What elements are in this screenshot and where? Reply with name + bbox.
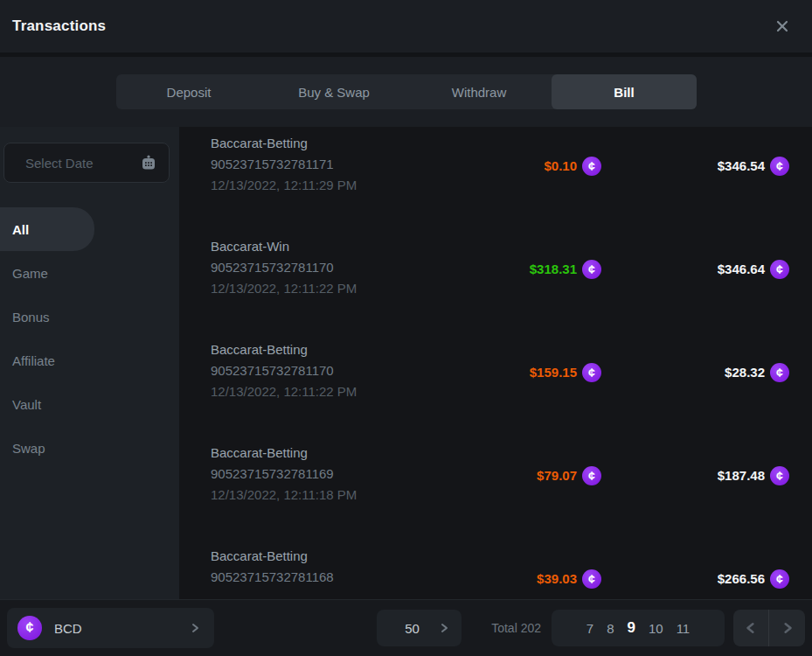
transaction-info: Baccarat-Win 90523715732781170 12/13/202… xyxy=(211,236,444,299)
modal-header: Transactions xyxy=(0,0,812,52)
page-number[interactable]: 8 xyxy=(607,621,614,636)
select-date-placeholder: Select Date xyxy=(25,156,140,171)
page-title: Transactions xyxy=(12,17,106,35)
prev-page-button[interactable] xyxy=(733,610,769,646)
transaction-id: 90523715732781171 xyxy=(211,154,444,175)
transaction-name: Baccarat-Betting xyxy=(211,133,444,154)
bcd-coin-icon: ¢ xyxy=(582,569,601,589)
page-number[interactable]: 10 xyxy=(649,621,663,636)
transaction-name: Baccarat-Win xyxy=(211,236,444,257)
chevron-right-icon xyxy=(781,622,794,634)
next-page-button[interactable] xyxy=(769,610,805,646)
transaction-row: Baccarat-Betting 90523715732781171 12/13… xyxy=(211,133,789,236)
pagination-nav xyxy=(733,610,805,646)
bcd-coin-icon: ¢ xyxy=(770,260,789,279)
transaction-balance: $346.54 ¢ xyxy=(601,156,789,177)
tab[interactable]: Buy & Swap xyxy=(261,74,406,109)
transaction-info: Baccarat-Betting 90523715732781171 12/13… xyxy=(211,133,444,196)
transactions-modal: Transactions DepositBuy & SwapWithdrawBi… xyxy=(0,0,812,656)
filter-item[interactable]: Swap xyxy=(0,426,179,470)
transaction-id: 90523715732781169 xyxy=(211,464,444,485)
currency-selector[interactable]: ¢ BCD xyxy=(7,608,214,648)
transaction-balance: $266.56 ¢ xyxy=(601,569,789,590)
transaction-datetime: 12/13/2022, 12:11:29 PM xyxy=(211,175,444,196)
page-number[interactable]: 11 xyxy=(677,621,691,636)
transaction-amount: $159.15 ¢ xyxy=(444,362,601,383)
tab[interactable]: Bill xyxy=(552,74,697,109)
select-date-input[interactable]: Select Date xyxy=(3,143,170,183)
bcd-coin-icon: ¢ xyxy=(582,363,601,382)
currency-label: BCD xyxy=(54,621,190,636)
chevron-left-icon xyxy=(745,622,757,634)
transaction-amount: $318.31 ¢ xyxy=(444,259,601,280)
total-count-label: Total 202 xyxy=(491,621,541,635)
page-size-selector[interactable]: 50 xyxy=(377,610,462,646)
transaction-datetime: 12/13/2022, 12:11:22 PM xyxy=(211,278,444,299)
transaction-name: Baccarat-Betting xyxy=(211,339,444,360)
bcd-coin-icon: ¢ xyxy=(770,569,789,589)
filter-item[interactable]: Affiliate xyxy=(0,338,179,382)
transaction-row: Baccarat-Betting 90523715732781170 12/13… xyxy=(211,339,789,443)
pagination: 7891011 xyxy=(552,610,725,646)
bcd-coin-icon: ¢ xyxy=(582,157,601,176)
transaction-info: Baccarat-Betting 90523715732781170 12/13… xyxy=(211,339,444,402)
transaction-balance: $346.64 ¢ xyxy=(601,259,789,280)
sidebar: Select Date AllGameBonusAffiliateVaultSw… xyxy=(0,127,179,599)
bcd-coin-icon: ¢ xyxy=(770,157,789,176)
transaction-list: Baccarat-Betting 90523715732781171 12/13… xyxy=(179,127,812,599)
page-number[interactable]: 9 xyxy=(627,619,635,637)
page-number[interactable]: 7 xyxy=(586,621,593,636)
transaction-amount: $0.10 ¢ xyxy=(444,156,601,177)
transaction-row: Baccarat-Win 90523715732781170 12/13/202… xyxy=(211,236,789,339)
modal-body: Select Date AllGameBonusAffiliateVaultSw… xyxy=(0,127,812,599)
filter-item[interactable]: Bonus xyxy=(0,295,179,338)
page-size-value: 50 xyxy=(405,621,420,636)
filter-item[interactable]: All xyxy=(0,207,94,251)
chevron-right-icon xyxy=(190,623,200,633)
transaction-balance: $187.48 ¢ xyxy=(601,465,789,486)
transaction-row: Baccarat-Betting 90523715732781168 $39.0… xyxy=(211,546,789,599)
calendar-icon xyxy=(140,154,157,171)
transaction-name: Baccarat-Betting xyxy=(211,443,444,464)
transaction-datetime: 12/13/2022, 12:11:18 PM xyxy=(211,485,444,506)
transaction-id: 90523715732781168 xyxy=(211,567,444,588)
bcd-coin-icon: ¢ xyxy=(582,466,601,485)
transaction-datetime: 12/13/2022, 12:11:22 PM xyxy=(211,381,444,402)
bcd-coin-icon: ¢ xyxy=(770,363,789,382)
modal-footer: ¢ BCD 50 Total 202 7891011 xyxy=(0,599,812,656)
transaction-row: Baccarat-Betting 90523715732781169 12/13… xyxy=(211,443,789,546)
chevron-right-icon xyxy=(439,623,449,633)
filter-item[interactable]: Vault xyxy=(0,382,179,426)
transaction-info: Baccarat-Betting 90523715732781169 12/13… xyxy=(211,443,444,506)
transaction-name: Baccarat-Betting xyxy=(211,546,444,567)
tab[interactable]: Withdraw xyxy=(406,74,552,109)
transaction-id: 90523715732781170 xyxy=(211,257,444,278)
bcd-coin-icon: ¢ xyxy=(582,260,601,279)
bcd-coin-icon: ¢ xyxy=(770,466,789,485)
close-icon[interactable] xyxy=(772,16,793,37)
transaction-info: Baccarat-Betting 90523715732781168 xyxy=(211,546,444,588)
transaction-id: 90523715732781170 xyxy=(211,360,444,381)
bcd-coin-icon: ¢ xyxy=(17,616,42,640)
filter-list: AllGameBonusAffiliateVaultSwap xyxy=(0,207,179,470)
tab[interactable]: Deposit xyxy=(116,74,261,109)
tabs-strip: DepositBuy & SwapWithdrawBill xyxy=(0,52,812,127)
tabs: DepositBuy & SwapWithdrawBill xyxy=(116,74,697,109)
transaction-amount: $79.07 ¢ xyxy=(444,465,601,486)
transaction-amount: $39.03 ¢ xyxy=(444,569,601,590)
transaction-balance: $28.32 ¢ xyxy=(601,362,789,383)
filter-item[interactable]: Game xyxy=(0,251,179,295)
